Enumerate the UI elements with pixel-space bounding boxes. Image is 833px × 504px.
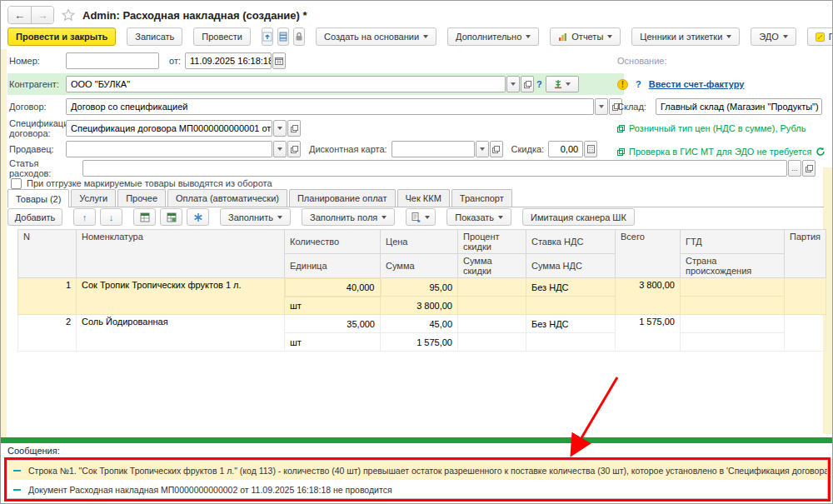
more-actions-button[interactable]: Дополнительно [447,27,539,46]
row1-qty-cell-selected[interactable]: 40,000 [285,278,381,297]
tab-transport[interactable]: Транспорт [451,189,512,207]
counterparty-open-button[interactable] [521,76,534,92]
calendar-button[interactable] [272,52,286,69]
row1-price[interactable]: 95,00 [381,278,458,297]
col-batch[interactable]: Партия [785,230,826,278]
register-records-icon-button[interactable] [277,27,289,46]
row1-nomenclature[interactable]: Сок Тропик Тропических фруктов 1 л. [77,278,285,315]
edo-button[interactable]: ЭДО [751,27,796,46]
post-movements-icon-button[interactable] [262,27,273,46]
seller-open-button[interactable] [287,141,301,157]
col-total[interactable]: Всего [616,230,681,278]
seller-dropdown-button[interactable] [273,141,287,157]
gis-mt-button[interactable]: ГИС МТ [807,27,833,46]
col-discount-sum[interactable]: Сумма скидки [458,254,526,278]
row1-sum[interactable]: 3 800,00 [381,297,458,315]
row2-price[interactable]: 45,00 [381,315,458,333]
tab-other[interactable]: Прочее [117,189,166,207]
col-n[interactable]: N [18,230,77,278]
discount-card-open-button[interactable] [490,141,503,157]
fill-from-spec-button[interactable] [133,208,156,226]
row1-discount-sum[interactable] [458,297,526,315]
post-button[interactable]: Провести [193,27,251,46]
barcode-scanner-simulation-button[interactable]: Имитация сканера ШК [522,208,635,226]
message-item[interactable]: Строка №1. "Сок Тропик Тропических фрукт… [7,461,827,480]
col-gtd[interactable]: ГТД [681,230,785,254]
tab-kkm-receipt[interactable]: Чек ККМ [397,189,450,207]
favorite-star-icon[interactable] [62,8,75,22]
counterparty-input[interactable]: ООО "БУЛКА" [66,76,506,92]
specification-open-button[interactable] [287,120,301,137]
create-based-on-button[interactable]: Создать на основании [316,27,436,46]
discount-input[interactable]: 0,00 [548,141,583,157]
reports-button[interactable]: Отчеты [550,27,621,46]
message-item[interactable]: Документ Расходная накладная МП000000000… [7,480,827,499]
col-discount-pct[interactable]: Процент скидки [458,230,526,254]
row1-gtd[interactable] [681,278,785,297]
row2-nomenclature[interactable]: Соль Йодированная [77,315,285,352]
row1-discount-pct[interactable] [458,278,526,297]
row2-discount-pct[interactable] [458,315,526,333]
col-sum[interactable]: Сумма [381,254,458,278]
contract-dropdown-button[interactable] [595,98,608,115]
specification-input[interactable]: Спецификация договора МП0000000000001 от… [66,120,272,137]
col-vat-sum[interactable]: Сумма НДС [526,254,616,278]
add-row-button[interactable]: Добавить [7,208,62,226]
row1-country[interactable] [681,297,785,315]
tab-goods[interactable]: Товары (2) [7,189,69,207]
col-price[interactable]: Цена [381,230,458,254]
date-input[interactable]: 11.09.2025 16:18:18 [185,52,272,69]
row1-vat-rate[interactable]: Без НДС [526,278,616,297]
row1-batch[interactable] [785,278,826,315]
tab-payment[interactable]: Оплата (автоматически) [167,189,287,207]
gis-check-link[interactable]: Проверка в ГИС МТ для ЭДО не требуется [617,147,826,157]
specification-dropdown-button[interactable] [273,120,287,137]
warehouse-input[interactable]: Главный склад (Магазин "Продукты") [656,98,822,115]
discount-card-dropdown-button[interactable] [476,141,489,157]
edo-status-button[interactable] [546,76,579,92]
row2-batch[interactable] [785,315,826,352]
move-row-up-button[interactable] [73,208,96,226]
show-menu-button[interactable]: Показать [446,208,511,226]
counterparty-help-icon[interactable]: ? [534,79,545,89]
fill-menu-button[interactable]: Заполнить [220,208,291,226]
price-type-link[interactable]: Розничный тип цен (НДС в сумме), Рубль [617,123,806,133]
row2-unit[interactable]: шт [285,333,381,352]
row2-discount-sum[interactable] [458,333,526,352]
row2-country[interactable] [681,333,785,352]
col-vat-rate[interactable]: Ставка НДС [526,230,616,254]
row1-unit[interactable]: шт [285,297,381,315]
forward-button[interactable] [31,7,53,23]
document-actions-button[interactable] [406,208,436,226]
fill-table-alt-button[interactable] [160,208,182,226]
seller-input[interactable] [66,141,272,157]
discount-calculator-button[interactable] [584,141,597,157]
table-row[interactable]: 1 Сок Тропик Тропических фруктов 1 л. 40… [18,278,826,297]
row1-vat-sum[interactable] [526,297,616,315]
counterparty-dropdown-button[interactable] [506,76,520,92]
enter-invoice-link[interactable]: Ввести счет-фактуру [649,79,745,89]
col-qty[interactable]: Количество [285,230,381,254]
col-nomenclature[interactable]: Номенклатура [77,230,285,278]
tab-services[interactable]: Услуги [71,189,116,207]
row2-vat-sum[interactable] [526,333,616,352]
recalculate-button[interactable] [187,208,209,226]
tab-payment-planning[interactable]: Планирование оплат [289,189,396,207]
save-button[interactable]: Записать [127,27,182,46]
lock-icon-button[interactable] [293,27,305,46]
discount-card-input[interactable] [392,141,475,157]
post-and-close-button[interactable]: Провести и закрыть [7,27,116,46]
row2-qty[interactable]: 35,000 [285,315,381,333]
contract-input[interactable]: Договор со спецификацией [66,98,594,115]
price-tags-button[interactable]: Ценники и этикетки [631,27,740,46]
row1-total[interactable]: 3 800,00 [616,278,681,315]
row2-vat-rate[interactable]: Без НДС [526,315,616,333]
col-country[interactable]: Страна происхождения [681,254,785,278]
marking-checkbox[interactable] [11,178,22,189]
fill-fields-menu-button[interactable]: Заполнить поля [302,208,395,226]
row2-gtd[interactable] [681,315,785,333]
back-button[interactable] [8,7,31,23]
expense-item-select-button[interactable]: ... [788,160,801,177]
invoice-help-icon[interactable]: ? [633,79,644,89]
move-row-down-button[interactable] [100,208,122,226]
